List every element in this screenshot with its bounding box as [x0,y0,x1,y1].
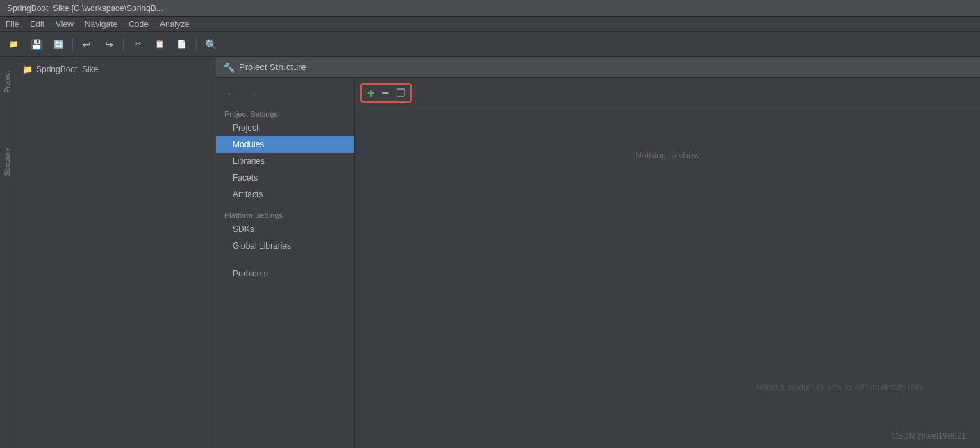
dialog-title-icon: 🔧 [223,62,235,73]
add-module-button[interactable]: + [366,87,376,99]
nav-item-global-libraries[interactable]: Global Libraries [216,238,354,254]
menu-item-view[interactable]: View [50,17,79,32]
dialog-title-bar: 🔧 Project Structure [216,57,980,78]
content-toolbar: + − ❐ [355,78,980,108]
nav-item-sdks[interactable]: SDKs [216,221,354,238]
project-root-item[interactable]: 📁 SpringBoot_Sike [15,63,215,76]
springboot-label: SpringBoot_Sike [C:\workspace\SpringB... [7,3,163,13]
project-settings-header: Project Settings [216,107,354,119]
toolbar-btn-redo[interactable]: ↪ [99,35,119,54]
vertical-tab-structure[interactable]: Structure [3,148,11,176]
dialog-title-text: Project Structure [239,62,306,72]
nothing-to-show-text: Nothing to show [635,150,699,160]
toolbar-btn-sync[interactable]: 🔄 [49,35,68,54]
nav-item-project[interactable]: Project [216,119,354,136]
menu-item-navigate[interactable]: Navigate [79,17,123,32]
ide-title-bar: SpringBoot_Sike [C:\workspace\SpringB... [0,0,980,17]
toolbar-btn-search[interactable]: 🔍 [201,35,220,54]
nav-item-facets[interactable]: Facets [216,169,354,186]
vertical-tabs: Project Structure [0,57,15,448]
toolbar-btn-cut[interactable]: ✂ [128,35,147,54]
nav-item-libraries[interactable]: Libraries [216,153,354,169]
ide-toolbar: 📁 💾 🔄 ↩ ↪ ✂ 📋 📄 🔍 [0,32,980,57]
platform-settings-header: Platform Settings [216,206,354,221]
menu-item-file[interactable]: File [0,17,24,32]
select-module-hint: Select a module to view or edit its deta… [755,383,924,392]
toolbar-btn-copy[interactable]: 📋 [150,35,169,54]
nav-item-artifacts[interactable]: Artifacts [216,186,354,203]
nav-back-button[interactable]: ← [222,86,241,101]
nav-panel: ← → Project Settings Project Modules Lib… [216,78,355,448]
project-structure-dialog: 🔧 Project Structure ← → Project Settings… [215,57,980,448]
toolbar-btn-undo[interactable]: ↩ [77,35,97,54]
nav-item-problems[interactable]: Problems [216,265,354,282]
menu-item-code[interactable]: Code [123,17,154,32]
menu-bar: File Edit View Navigate Code Analyze [0,17,980,32]
nav-item-modules[interactable]: Modules [216,136,354,153]
module-content-area: Nothing to show Select a module to view … [355,108,980,448]
menu-item-edit[interactable]: Edit [24,17,50,32]
copy-module-button[interactable]: ❐ [395,88,406,98]
project-root-label: SpringBoot_Sike [36,65,98,74]
toolbar-btn-project[interactable]: 📁 [4,35,24,54]
nav-forward-button[interactable]: → [244,86,263,101]
vertical-tab-project[interactable]: Project [3,71,11,92]
remove-module-button[interactable]: − [381,87,391,99]
menu-item-analyze[interactable]: Analyze [154,17,195,32]
project-panel: Project Structure 📁 SpringBoot_Sike [0,57,215,448]
toolbar-btn-paste[interactable]: 📄 [172,35,192,54]
project-root-icon: 📁 [22,65,33,74]
module-action-buttons-group: + − ❐ [360,83,412,103]
toolbar-btn-save[interactable]: 💾 [26,35,46,54]
watermark: CSDN @wei198621 [891,431,966,441]
content-panel: + − ❐ Nothing to show Select a module to… [355,78,980,448]
